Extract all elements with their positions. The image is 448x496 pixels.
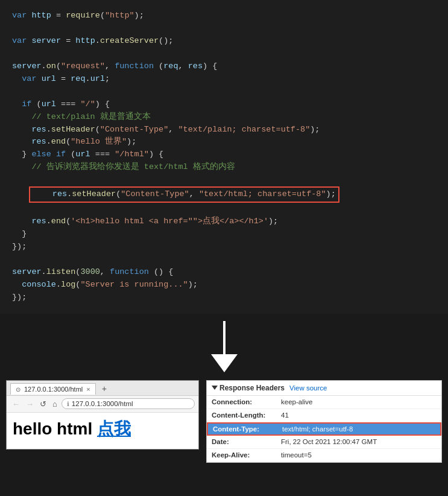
tab-label: 127.0.0.1:3000/html	[24, 386, 83, 393]
code-line-7	[12, 86, 436, 98]
code-line-5: server.on("request", function (req, res)…	[12, 60, 436, 73]
header-row-content-type: Content-Type: text/html; charset=utf-8	[207, 422, 441, 436]
arrow-section	[0, 314, 448, 380]
address-bar[interactable]: ℹ 127.0.0.1:3000/html	[62, 398, 195, 409]
header-name-content-type: Content-Type:	[213, 425, 282, 433]
code-line-9: // text/plain 就是普通文本	[12, 111, 436, 124]
code-line-1: var http = require("http");	[12, 10, 436, 22]
code-line-2	[12, 22, 436, 35]
header-value-content-length: 41	[281, 412, 289, 419]
browser-panel: ⊙ 127.0.0.1:3000/html × + ← → ↺ ⌂ ℹ 127.…	[6, 380, 199, 450]
code-line-6: var url = req.url;	[12, 73, 436, 86]
code-line-12: } else if (url === "/html") {	[12, 148, 436, 161]
header-value-date: Fri, 22 Oct 2021 12:00:47 GMT	[281, 438, 377, 445]
header-row-content-length: Content-Length: 41	[207, 409, 441, 422]
code-line-3: var server = http.createServer();	[12, 35, 436, 48]
headers-title: Response Headers	[212, 384, 285, 392]
header-name-date: Date:	[212, 438, 281, 445]
view-source-link[interactable]: View source	[289, 384, 327, 392]
header-name-connection: Connection:	[212, 398, 281, 405]
triangle-icon	[212, 386, 218, 390]
code-line-10: res.setHeader("Content-Type", "text/plai…	[12, 124, 436, 136]
header-value-content-type: text/html; charset=utf-8	[282, 425, 353, 433]
header-value-keep-alive: timeout=5	[281, 451, 312, 459]
browser-tabs: ⊙ 127.0.0.1:3000/html × +	[7, 381, 198, 396]
home-button[interactable]: ⌂	[51, 398, 59, 410]
code-line-15: res.end('<h1>hello html <a href="">点我</a…	[12, 215, 436, 228]
code-line-21: });	[12, 291, 436, 304]
arrow-down	[211, 321, 238, 372]
headers-title-label: Response Headers	[219, 384, 285, 392]
headers-panel: Response Headers View source Connection:…	[206, 380, 442, 463]
browser-tab-active[interactable]: ⊙ 127.0.0.1:3000/html ×	[10, 383, 96, 395]
arrow-shaft	[223, 321, 226, 354]
code-line-13: // 告诉浏览器我给你发送是 text/html 格式的内容	[12, 161, 436, 174]
header-row-connection: Connection: keep-alive	[207, 396, 441, 409]
code-line-11: res.end("hello 世界");	[12, 136, 436, 148]
headers-title-bar: Response Headers View source	[207, 381, 441, 396]
code-line-16: }	[12, 228, 436, 241]
tab-new-button[interactable]: +	[98, 383, 110, 395]
code-line-20: console.log("Server is running...");	[12, 279, 436, 291]
browser-link[interactable]: 点我	[97, 421, 131, 439]
header-row-keep-alive: Keep-Alive: timeout=5	[207, 449, 441, 462]
code-line-17: });	[12, 241, 436, 253]
tab-close-button[interactable]: ×	[86, 386, 90, 393]
bottom-section: ⊙ 127.0.0.1:3000/html × + ← → ↺ ⌂ ℹ 127.…	[0, 380, 448, 475]
refresh-button[interactable]: ↺	[38, 398, 48, 410]
browser-hello-text: hello html	[13, 419, 97, 438]
browser-nav: ← → ↺ ⌂ ℹ 127.0.0.1:3000/html	[7, 396, 198, 413]
code-line-4	[12, 48, 436, 60]
tab-favicon: ⊙	[16, 386, 21, 393]
browser-content: hello html 点我	[7, 413, 198, 449]
arrow-head	[211, 354, 238, 372]
header-name-content-length: Content-Length:	[212, 412, 281, 419]
address-url: 127.0.0.1:3000/html	[72, 400, 133, 407]
header-value-connection: keep-alive	[281, 398, 312, 405]
code-line-18	[12, 253, 436, 266]
header-name-keep-alive: Keep-Alive:	[212, 451, 281, 459]
header-row-date: Date: Fri, 22 Oct 2021 12:00:47 GMT	[207, 436, 441, 449]
code-line-14: res.setHeader("Content-Type", "text/html…	[12, 174, 436, 215]
code-line-8: if (url === "/") {	[12, 98, 436, 111]
back-button[interactable]: ←	[10, 398, 22, 410]
address-icon: ℹ	[67, 401, 69, 407]
code-editor: var http = require("http"); var server =…	[0, 0, 448, 314]
code-line-19: server.listen(3000, function () {	[12, 266, 436, 279]
forward-button[interactable]: →	[24, 398, 36, 410]
